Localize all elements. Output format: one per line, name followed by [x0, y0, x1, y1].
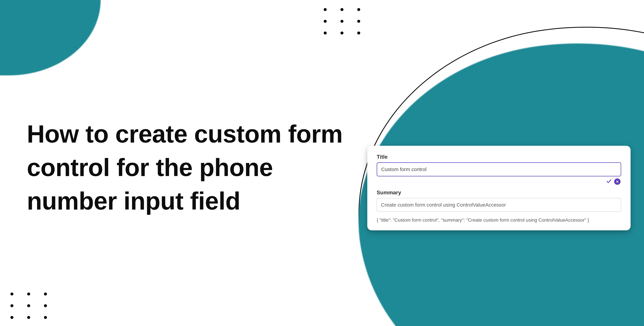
decor-blob-topleft	[0, 0, 100, 75]
title-field-group: Title	[377, 154, 621, 185]
headline: How to create custom form control for th…	[27, 117, 346, 218]
title-label: Title	[377, 154, 621, 160]
decor-dot-grid-bottom	[10, 293, 47, 319]
summary-label: Summary	[377, 189, 621, 196]
title-actions	[377, 176, 621, 185]
form-card: Title Summary { "title": "Custom form co…	[367, 146, 630, 230]
cancel-icon[interactable]	[614, 178, 620, 185]
summary-field-group: Summary	[377, 189, 621, 212]
title-input[interactable]	[377, 162, 621, 176]
summary-input[interactable]	[377, 198, 621, 212]
check-icon[interactable]	[606, 178, 612, 185]
decor-dot-grid-top	[324, 8, 360, 34]
json-output: { "title": "Custom form control", "summa…	[377, 217, 621, 224]
